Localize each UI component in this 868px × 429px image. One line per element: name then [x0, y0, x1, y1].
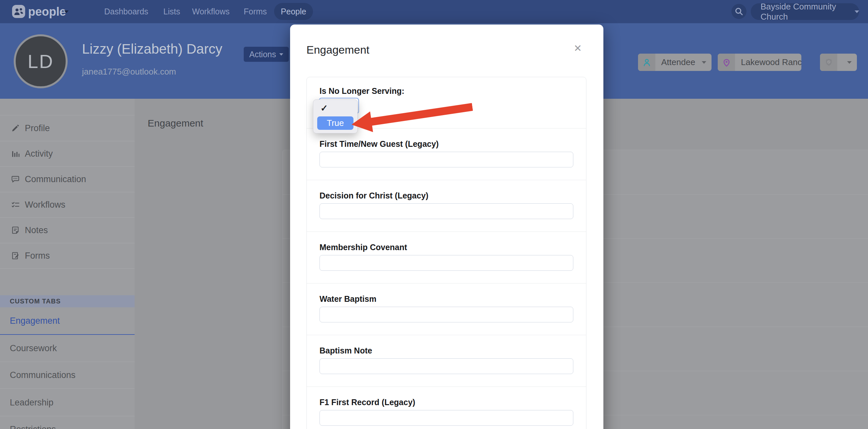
divider — [307, 387, 586, 387]
modal-title: Engagement — [306, 44, 370, 56]
nav-item-people-active[interactable]: People — [274, 3, 313, 20]
campus-label: Lakewood Ranch — [735, 57, 801, 67]
campus-badge[interactable]: Lakewood Ranch — [718, 54, 801, 71]
modal-field-label: F1 First Record (Legacy) — [319, 398, 415, 407]
org-chevron-down-icon — [855, 10, 859, 13]
shield-restricted-icon — [820, 54, 837, 71]
top-nav: people Dashboards Lists Workflows Forms … — [0, 0, 868, 23]
profile-sidebar: Profile Activity Communication Workflows… — [0, 99, 134, 429]
modal-field-label: Baptism Note — [319, 346, 372, 355]
modal-field-label: Water Baptism — [319, 294, 376, 304]
baptism-note-input[interactable] — [319, 359, 573, 374]
nav-item-forms[interactable]: Forms — [244, 0, 267, 23]
page-title: Engagement — [148, 118, 203, 129]
people-logo-icon[interactable] — [12, 5, 25, 18]
divider — [307, 231, 586, 232]
dropdown-option-blank[interactable]: ✓ — [313, 101, 358, 114]
person-email: janea1775@outlook.com — [82, 67, 176, 77]
organization-name: Bayside Community Church — [761, 2, 850, 22]
membership-badge[interactable]: Attendee — [638, 54, 712, 71]
speech-bubble-icon — [11, 175, 20, 183]
person-name: Lizzy (Elizabeth) Darcy — [82, 41, 222, 57]
sidebar-item-communication[interactable]: Communication — [0, 166, 134, 192]
modal-field-label: Is No Longer Serving: — [319, 86, 404, 96]
decision-for-christ-input[interactable] — [319, 203, 573, 219]
modal-field-label: First Time/New Guest (Legacy) — [319, 139, 439, 149]
nav-item-lists[interactable]: Lists — [163, 0, 180, 23]
dropdown-option-true[interactable]: True — [317, 116, 353, 130]
search-button[interactable] — [732, 4, 746, 19]
organization-selector[interactable]: Bayside Community Church — [751, 3, 859, 20]
location-pin-icon — [718, 54, 735, 71]
nav-item-dashboards[interactable]: Dashboards — [104, 0, 148, 23]
sidebar-item-workflows[interactable]: Workflows — [0, 192, 134, 218]
membership-covenant-input[interactable] — [319, 255, 573, 271]
avatar: LD — [14, 34, 68, 88]
sidebar-item-profile[interactable]: Profile — [0, 115, 134, 141]
water-baptism-input[interactable] — [319, 307, 573, 322]
sidebar-tab-leadership[interactable]: Leadership — [0, 389, 134, 416]
check-icon: ✓ — [320, 103, 328, 113]
note-icon — [11, 226, 20, 234]
first-time-new-guest-input[interactable] — [319, 152, 573, 167]
pencil-icon — [11, 124, 20, 133]
permissions-chevron-down-icon — [847, 61, 852, 64]
sidebar-tab-restrictions[interactable]: Restrictions — [0, 416, 134, 429]
modal-field-label: Membership Covenant — [319, 242, 407, 252]
person-icon — [638, 54, 655, 71]
actions-chevron-down-icon — [279, 53, 283, 56]
sidebar-tab-coursework[interactable]: Coursework — [0, 335, 134, 362]
modal-field-label: Decision for Christ (Legacy) — [319, 191, 428, 200]
permissions-badge[interactable] — [820, 54, 857, 71]
actions-button[interactable]: Actions — [244, 47, 289, 62]
app-title[interactable]: people — [28, 0, 66, 23]
engagement-modal: Engagement ✕ Is No Longer Serving: First… — [290, 25, 603, 429]
divider — [307, 283, 586, 284]
close-icon[interactable]: ✕ — [574, 42, 582, 54]
activity-bars-icon — [11, 149, 20, 158]
custom-tabs-header: CUSTOM TABS — [0, 295, 134, 307]
checklist-icon — [11, 200, 20, 209]
membership-label: Attendee — [655, 57, 700, 67]
app-switcher-chevron-icon[interactable] — [64, 10, 69, 13]
form-icon — [11, 252, 20, 260]
sidebar-item-notes[interactable]: Notes — [0, 218, 134, 243]
f1-first-record-input[interactable] — [319, 410, 573, 426]
search-icon — [732, 4, 746, 19]
divider — [307, 180, 586, 180]
sidebar-item-activity[interactable]: Activity — [0, 141, 134, 167]
membership-chevron-down-icon — [702, 61, 706, 64]
nav-item-workflows[interactable]: Workflows — [192, 0, 230, 23]
sidebar-tab-engagement[interactable]: Engagement — [0, 307, 134, 335]
sidebar-item-forms[interactable]: Forms — [0, 243, 134, 269]
divider — [307, 335, 586, 335]
sidebar-tab-communications[interactable]: Communications — [0, 362, 134, 389]
